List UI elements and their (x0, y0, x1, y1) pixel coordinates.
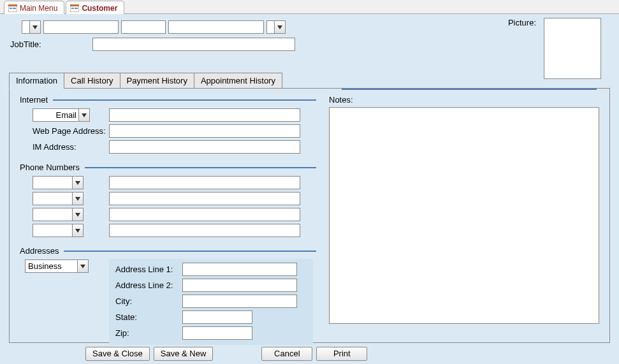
decorative-rule (53, 99, 316, 101)
phone3-input[interactable] (109, 208, 300, 221)
save-new-button[interactable]: Save & New (154, 347, 214, 361)
tab-information[interactable]: Information (9, 73, 64, 89)
address-type-value: Business (28, 261, 62, 271)
email-input[interactable] (109, 108, 300, 122)
button-row: Save & Close Save & New Cancel Print (9, 347, 610, 361)
addr1-input[interactable] (182, 263, 297, 276)
cancel-button[interactable]: Cancel (261, 347, 312, 361)
svg-rect-7 (75, 8, 78, 9)
zip-input[interactable] (182, 326, 252, 340)
svg-rect-3 (13, 8, 16, 9)
decorative-rule (64, 251, 316, 252)
tab-call-history[interactable]: Call History (64, 73, 120, 89)
email-type-dropdown[interactable]: Email (33, 108, 90, 122)
decorative-rule (85, 167, 316, 168)
addr2-input[interactable] (182, 279, 297, 292)
svg-rect-2 (10, 8, 12, 9)
form-body: JobTitle: Picture: Information Call Hist… (0, 14, 619, 364)
city-label: City: (115, 296, 182, 306)
tab-payment-history[interactable]: Payment History (120, 73, 194, 89)
internet-group-label: Internet (20, 95, 48, 105)
phone4-input[interactable] (109, 224, 300, 237)
zip-label: Zip: (115, 328, 182, 338)
decorative-rule (342, 89, 597, 90)
form-icon (8, 4, 17, 12)
chevron-down-icon (72, 177, 83, 189)
window-tab-main-menu[interactable]: Main Menu (4, 1, 64, 14)
phone1-input[interactable] (109, 176, 300, 189)
picture-box[interactable] (544, 18, 601, 79)
form-icon (70, 4, 79, 12)
window-tab-customer[interactable]: Customer (66, 1, 124, 14)
state-label: State: (115, 312, 182, 322)
svg-rect-1 (8, 4, 17, 6)
phone2-input[interactable] (109, 192, 300, 205)
webpage-input[interactable] (109, 124, 300, 138)
tab-appointment-history[interactable]: Appointment History (194, 73, 282, 89)
print-button[interactable]: Print (316, 347, 367, 361)
window-tab-bar: Main Menu Customer (0, 0, 619, 14)
notes-textarea[interactable] (329, 107, 599, 324)
svg-rect-5 (70, 4, 79, 6)
im-input[interactable] (109, 140, 300, 154)
chevron-down-icon (274, 21, 285, 33)
tab-strip: Information Call History Payment History… (9, 73, 610, 89)
phone4-type-dropdown[interactable] (33, 224, 84, 237)
email-type-value: Email (55, 110, 76, 120)
notes-label: Notes: (329, 95, 599, 105)
address-panel: Address Line 1: Address Line 2: City: St… (109, 259, 313, 345)
state-input[interactable] (182, 310, 252, 324)
tab-panel-information: Internet Email Web Page Address: (9, 88, 610, 343)
phone2-type-dropdown[interactable] (33, 192, 84, 205)
city-input[interactable] (182, 295, 297, 308)
chevron-down-icon (72, 193, 83, 205)
prefix-dropdown[interactable] (22, 20, 41, 34)
window-tab-customer-label: Customer (82, 4, 117, 13)
webpage-label: Web Page Address: (20, 126, 109, 136)
addr2-label: Address Line 2: (115, 280, 182, 290)
phone3-type-dropdown[interactable] (33, 208, 84, 221)
jobtitle-label: JobTitle: (10, 40, 41, 49)
middle-name-input[interactable] (121, 20, 166, 34)
addr1-label: Address Line 1: (115, 265, 182, 274)
phone-group-label: Phone Numbers (20, 163, 80, 172)
svg-rect-6 (71, 8, 74, 9)
address-type-dropdown[interactable]: Business (25, 259, 89, 273)
chevron-down-icon (77, 260, 88, 272)
picture-label: Picture: (508, 18, 536, 27)
chevron-down-icon (29, 21, 40, 33)
last-name-input[interactable] (168, 20, 264, 34)
im-label: IM Address: (20, 142, 109, 152)
save-close-button[interactable]: Save & Close (85, 347, 150, 361)
first-name-input[interactable] (43, 20, 119, 34)
chevron-down-icon (72, 224, 83, 237)
suffix-dropdown[interactable] (266, 20, 286, 34)
addresses-group-label: Addresses (20, 246, 59, 256)
jobtitle-input[interactable] (92, 38, 295, 51)
chevron-down-icon (78, 109, 89, 121)
phone1-type-dropdown[interactable] (33, 176, 84, 189)
chevron-down-icon (72, 208, 83, 221)
window-tab-main-menu-label: Main Menu (20, 4, 57, 13)
